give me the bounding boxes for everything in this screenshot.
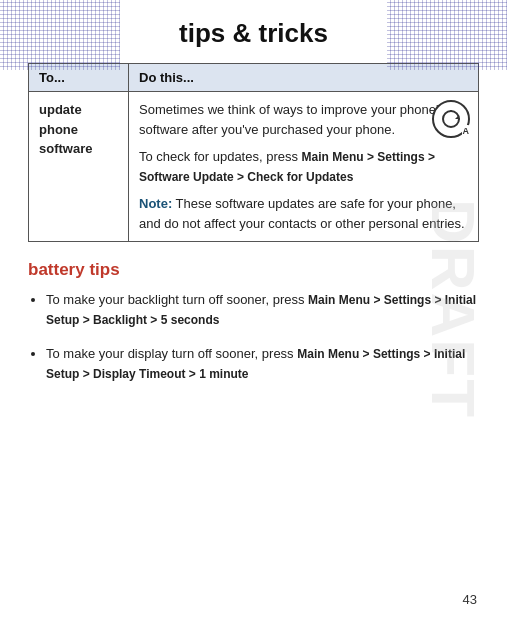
icon-arrow-label: A [462,125,471,139]
page-title: tips & tricks [0,0,507,63]
tips-table: To... Do this... update phone software A… [28,63,479,242]
row-left: update phone software [29,92,129,242]
bullet1-prefix: To make your backlight turn off sooner, … [46,292,308,307]
list-item: To make your backlight turn off sooner, … [46,290,479,330]
refresh-icon-svg [440,108,462,130]
note-label: Note: [139,196,172,211]
row-para2: To check for updates, press Main Menu > … [139,147,468,186]
page-number: 43 [463,592,477,607]
note-text: These software updates are safe for your… [139,196,465,231]
list-item: To make your display turn off sooner, pr… [46,344,479,384]
update-icon: A [432,100,470,138]
row-note: Note: These software updates are safe fo… [139,194,468,233]
bullet2-prefix: To make your display turn off sooner, pr… [46,346,297,361]
table-row: update phone software A Sometimes we thi… [29,92,479,242]
battery-tips-title: battery tips [28,260,479,280]
battery-tips-list: To make your backlight turn off sooner, … [46,290,479,385]
row-right: A Sometimes we think of ways to improve … [129,92,479,242]
para2-prefix: To check for updates, press [139,149,302,164]
row-para1: Sometimes we think of ways to improve yo… [139,100,468,139]
battery-section: battery tips To make your backlight turn… [28,260,479,385]
